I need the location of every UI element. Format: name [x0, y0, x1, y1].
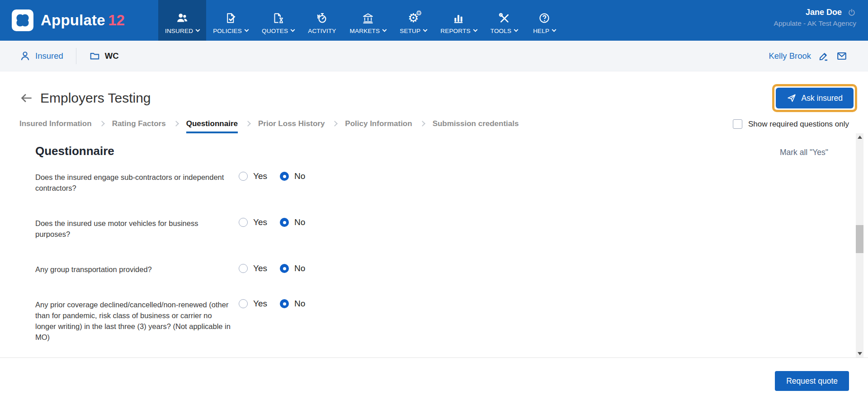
radio-label: No [294, 299, 305, 309]
radio-option-yes[interactable]: Yes [239, 263, 267, 273]
scrollbar-track[interactable] [856, 141, 863, 350]
chevron-down-icon [473, 28, 477, 32]
scroll-up-button[interactable] [856, 133, 863, 141]
radio-option-no[interactable]: No [280, 217, 305, 227]
chevron-down-icon [423, 28, 428, 32]
step-separator-icon [420, 121, 425, 127]
radio-option-yes[interactable]: Yes [239, 299, 267, 309]
question-row: Any group transportation provided? Yes N… [35, 264, 841, 275]
nav-item-insured[interactable]: INSURED [158, 0, 206, 41]
question-options: Yes No [239, 299, 305, 309]
questionnaire-panel: Questionnaire Mark all "Yes" Does the in… [0, 133, 868, 358]
nav-item-help[interactable]: HELP [524, 0, 564, 41]
section-title: Questionnaire [35, 144, 114, 158]
radio-option-no[interactable]: No [280, 171, 305, 181]
radio-label: No [294, 263, 305, 273]
step-questionnaire[interactable]: Questionnaire [186, 119, 238, 133]
nav-item-label: MARKETS [350, 28, 380, 34]
question-text: Does the insured use motor vehicles for … [35, 218, 234, 240]
top-nav-bar: Appulate 12 INSURED POLICIES QUOTES ACTI… [0, 0, 868, 41]
request-quote-label: Request quote [786, 376, 838, 386]
step-policy-information[interactable]: Policy Information [345, 119, 412, 133]
scroll-down-button[interactable] [856, 350, 863, 357]
ask-insured-button[interactable]: Ask insured [776, 88, 854, 108]
chevron-down-icon [514, 28, 519, 32]
scrollbar-thumb[interactable] [856, 225, 863, 253]
radio-option-no[interactable]: No [280, 299, 305, 309]
radio-label: No [294, 217, 305, 227]
nav-item-label: POLICIES [213, 28, 242, 34]
step-insured-information[interactable]: Insured Information [19, 119, 92, 133]
question-row: Does the insured engage sub-contractors … [35, 172, 841, 193]
stopwatch-icon [316, 11, 328, 25]
question-options: Yes No [239, 171, 305, 181]
chevron-down-icon [382, 28, 387, 32]
ask-insured-highlight-ring: Ask insured [772, 84, 857, 112]
context-folder[interactable]: WC [89, 50, 119, 61]
brand[interactable]: Appulate 12 [0, 0, 125, 41]
radio-label: Yes [253, 299, 267, 309]
radio-icon[interactable] [239, 299, 248, 308]
nav-item-tools[interactable]: TOOLS [484, 0, 525, 41]
step-prior-loss-history[interactable]: Prior Loss History [258, 119, 325, 133]
main-nav: INSURED POLICIES QUOTES ACTIVITY MARKETS… [158, 0, 564, 41]
context-bar: Insured WC Kelly Brook [0, 41, 868, 71]
question-row: Does the insured use motor vehicles for … [35, 218, 841, 240]
back-arrow-button[interactable] [19, 91, 33, 105]
user-name[interactable]: Jane Doe [806, 8, 842, 17]
nav-item-setup[interactable]: ⚙⚙ SETUP [393, 0, 434, 41]
nav-item-label: SETUP [400, 28, 420, 34]
radio-icon[interactable] [280, 264, 289, 273]
question-options: Yes No [239, 263, 305, 273]
show-required-toggle[interactable]: Show required questions only [733, 119, 849, 129]
question-row: Any prior coverage declined/cancelled/no… [35, 299, 841, 343]
edit-pencil-icon[interactable] [818, 51, 829, 61]
triangle-down-icon [858, 352, 862, 355]
question-options: Yes No [239, 217, 305, 227]
radio-icon[interactable] [239, 172, 248, 181]
request-quote-button[interactable]: Request quote [775, 371, 849, 391]
ask-insured-label: Ask insured [802, 94, 843, 103]
nav-item-label: HELP [533, 28, 549, 34]
nav-item-policies[interactable]: POLICIES [206, 0, 255, 41]
step-rating-factors[interactable]: Rating Factors [112, 119, 166, 133]
nav-item-reports[interactable]: REPORTS [434, 0, 483, 41]
scrollbar[interactable] [856, 133, 863, 357]
step-separator-icon [332, 121, 338, 127]
nav-item-label: REPORTS [440, 28, 470, 34]
document-check-icon [224, 11, 237, 25]
context-folder-label: WC [105, 51, 119, 61]
wizard-steps: Insured InformationRating FactorsQuestio… [19, 119, 519, 133]
logout-icon[interactable] [847, 8, 856, 17]
nav-item-label: INSURED [165, 28, 193, 34]
nav-item-quotes[interactable]: QUOTES [255, 0, 301, 41]
radio-label: No [294, 171, 305, 181]
step-submission-credentials[interactable]: Submission credentials [433, 119, 519, 133]
step-separator-icon [245, 121, 251, 127]
help-icon [538, 11, 551, 25]
user-info: Jane Doe Appulate - AK Test Agency [774, 0, 868, 41]
nav-item-activity[interactable]: ACTIVITY [301, 0, 343, 41]
context-insured-link[interactable]: Insured [19, 50, 63, 61]
nav-item-label: QUOTES [262, 28, 288, 34]
brand-name: Appulate [41, 12, 105, 28]
radio-icon[interactable] [280, 172, 289, 181]
mail-icon[interactable] [836, 51, 847, 61]
step-separator-icon [99, 121, 105, 127]
radio-icon[interactable] [280, 299, 289, 308]
person-icon [19, 50, 31, 61]
page-title: Employers Testing [40, 90, 151, 106]
contact-name-link[interactable]: Kelly Brook [769, 51, 811, 61]
radio-option-yes[interactable]: Yes [239, 217, 267, 227]
chevron-down-icon [196, 28, 200, 32]
radio-icon[interactable] [239, 218, 248, 227]
radio-label: Yes [253, 171, 267, 181]
radio-icon[interactable] [280, 218, 289, 227]
radio-option-yes[interactable]: Yes [239, 171, 267, 181]
radio-option-no[interactable]: No [280, 263, 305, 273]
radio-icon[interactable] [239, 264, 248, 273]
show-required-checkbox[interactable] [733, 119, 742, 129]
questions-list: Does the insured engage sub-contractors … [35, 172, 841, 343]
mark-all-yes-link[interactable]: Mark all "Yes" [780, 148, 828, 157]
nav-item-markets[interactable]: MARKETS [343, 0, 393, 41]
